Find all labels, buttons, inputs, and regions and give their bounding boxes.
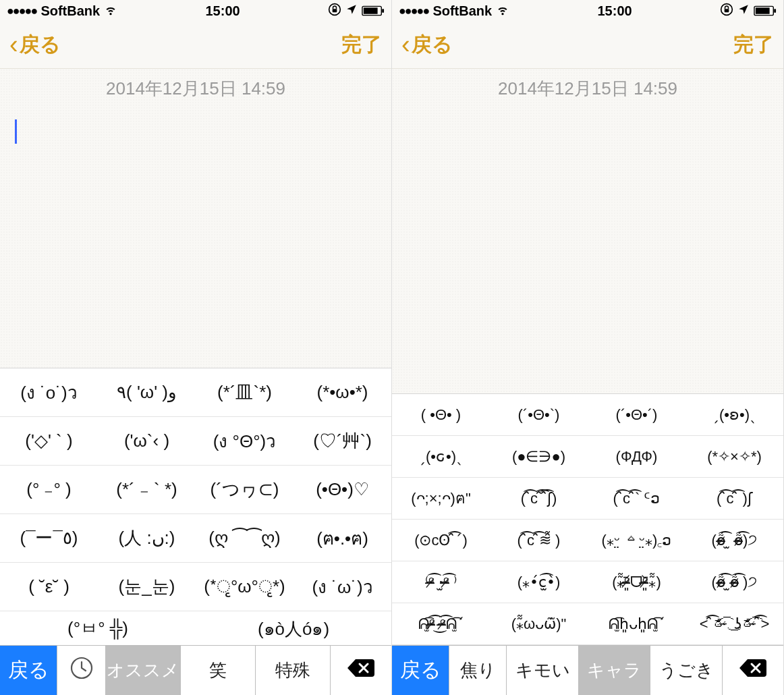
done-button[interactable]: 完了: [341, 31, 382, 59]
back-button[interactable]: ‹ 戻る: [9, 31, 61, 59]
location-icon: [345, 3, 358, 19]
kaomoji-key[interactable]: (人 :ں:): [98, 514, 196, 562]
orientation-lock-icon: [328, 3, 341, 20]
kaomoji-key[interactable]: (ง ˙ο˙)ว: [0, 368, 98, 416]
kaomoji-key[interactable]: (ฅ•.•ฅ): [293, 514, 391, 562]
kaomoji-key[interactable]: (⁎͂͂ᵒ̴̶̷͈᷄ᗜᵒ̴̶̷͈᷅⁎͂͂): [588, 561, 685, 603]
note-date: 2014年12月15日 14:59: [15, 77, 376, 101]
svg-rect-3: [364, 7, 378, 13]
wifi-icon: [104, 3, 117, 20]
kaomoji-grid: ( •Θ• ) (´•Θ•`) (´•Θ•´) ˏ(•ʚ•)ˎ ˏ(•ԍ•)ˎ …: [392, 393, 783, 645]
kaomoji-key[interactable]: ( ̑͡c ̑͡≋̑͂ ): [490, 520, 588, 561]
kaomoji-key[interactable]: ( ̑͡c ̑͡` ᑦວ: [588, 478, 685, 519]
kaomoji-key[interactable]: ( ̑͡c ̑͡ ̑͡ʃ): [490, 478, 588, 519]
kaomoji-key[interactable]: (ṍ̴̶̷͡ ̫ṍ̴̶̷͡ )੭: [685, 561, 783, 603]
svg-rect-1: [333, 9, 337, 12]
kaomoji-key[interactable]: (ФДФ): [588, 436, 685, 477]
done-button[interactable]: 完了: [733, 31, 774, 59]
tab-tokushu[interactable]: 特殊: [256, 646, 331, 695]
kaomoji-key[interactable]: (๑ò人ó๑): [196, 612, 391, 645]
kaomoji-key[interactable]: ⁽ᵒ̴̶̷͡ ·̫ᵒ̴̶̷͡ ⁾: [392, 561, 490, 603]
kaomoji-grid: (ง ˙ο˙)ว ٩( 'ω' )و (*´皿`*) (*•ω•*) ('◇' …: [0, 368, 391, 645]
nav-bar: ‹ 戻る 完了: [0, 22, 391, 69]
note-date: 2014年12月15日 14:59: [407, 77, 768, 101]
kaomoji-key[interactable]: (ง ˙ω˙)ว: [293, 563, 391, 611]
tab-kyara[interactable]: キャラ: [579, 646, 651, 695]
clock-icon: [69, 656, 94, 685]
location-icon: [737, 3, 750, 19]
delete-button[interactable]: [723, 646, 783, 695]
clock-label: 15:00: [206, 3, 240, 19]
kaomoji-key[interactable]: ᕱ̫͡ᵒ̴̶̷͡ ͜ᵒ̴̶̷͡ᕱ̫͡ˊ: [392, 603, 490, 644]
kaomoji-key[interactable]: (●∈∋●): [490, 436, 588, 477]
kaomoji-key[interactable]: (*´皿`*): [196, 368, 293, 416]
kaomoji-key[interactable]: (° ₋° ): [0, 466, 98, 513]
battery-icon: [362, 5, 385, 16]
kaomoji-key[interactable]: (♡´艸`): [293, 417, 391, 465]
back-label: 戻る: [20, 31, 61, 59]
kb-back-button[interactable]: 戻る: [0, 646, 57, 695]
kaomoji-key[interactable]: (⊙cʘ ̑͡ˊ): [392, 520, 490, 561]
delete-button[interactable]: [331, 646, 391, 695]
kaomoji-key[interactable]: (´•Θ•`): [490, 394, 588, 435]
kaomoji-key[interactable]: ٩( 'ω' )و: [98, 368, 196, 416]
keyboard-tabs: 戻る オススメ 笑 特殊: [0, 645, 391, 695]
kaomoji-key[interactable]: (´•Θ•´): [588, 394, 685, 435]
kaomoji-key[interactable]: (⁎ᵕ̤ ꒫ᵕ̤⁎)꜀ວ: [588, 520, 685, 561]
status-right: [328, 3, 385, 20]
kaomoji-key[interactable]: (⁎•́c̫͡•̀): [490, 561, 588, 603]
battery-icon: [754, 5, 777, 16]
orientation-lock-icon: [720, 3, 733, 20]
history-button[interactable]: [57, 646, 106, 695]
kb-back-button[interactable]: 戻る: [392, 646, 449, 695]
carrier-label: SoftBank: [432, 3, 492, 19]
kaomoji-key[interactable]: (°ㅂ° ╬): [0, 614, 196, 643]
status-bar: ●●●●● SoftBank 15:00: [392, 0, 783, 22]
tab-ugoki[interactable]: うごき: [650, 646, 723, 695]
svg-rect-7: [725, 9, 729, 12]
kaomoji-key[interactable]: (*•ω•*): [293, 368, 391, 416]
kaomoji-key[interactable]: (ღ ⁀⁀ღ): [196, 514, 293, 562]
keyboard-tabs: 戻る 焦り キモい キャラ うごき: [392, 645, 783, 695]
kaomoji-key[interactable]: (⁎͂͂ωᴗῶ͂)": [490, 603, 588, 644]
tab-kimoi[interactable]: キモい: [507, 646, 579, 695]
kaomoji-key[interactable]: ᕱ̫͡h͈ᴗh͈ᕱ̫͡ˊ: [588, 603, 685, 644]
kaomoji-key[interactable]: ( •Θ• ): [392, 394, 490, 435]
kaomoji-key[interactable]: (¯ー¯٥): [0, 514, 98, 562]
kaomoji-key[interactable]: (ᴖ;×;ᴖ)ฅ": [392, 478, 490, 519]
kaomoji-key[interactable]: (*ृ°ω°ृ*): [196, 563, 293, 611]
kaomoji-key[interactable]: (*´ ₋ ` *): [98, 466, 196, 513]
svg-rect-9: [756, 7, 770, 13]
signal-dots-icon: ●●●●●: [399, 4, 428, 18]
kaomoji-key[interactable]: ('ω`‹ ): [98, 417, 196, 465]
wifi-icon: [496, 3, 509, 20]
status-right: [720, 3, 777, 20]
tab-warau[interactable]: 笑: [181, 646, 256, 695]
note-editor[interactable]: 2014年12月15日 14:59: [392, 69, 783, 393]
kaomoji-key[interactable]: (*✧×✧*): [685, 436, 783, 477]
backspace-icon: [346, 657, 376, 684]
kaomoji-key[interactable]: (ṍ̴̶̷͡ ̫ ṍ̴̶̷͡)੭: [685, 520, 783, 561]
note-editor[interactable]: 2014年12月15日 14:59: [0, 69, 391, 368]
kaomoji-key[interactable]: ( ˘ε˘ ): [0, 563, 98, 611]
kaomoji-key[interactable]: (ง °Θ°)ว: [196, 417, 293, 465]
text-cursor: [15, 119, 17, 144]
nav-bar: ‹ 戻る 完了: [392, 22, 783, 69]
status-left: ●●●●● SoftBank: [399, 3, 509, 20]
kaomoji-key[interactable]: (´つヮ⊂): [196, 466, 293, 513]
kaomoji-key[interactable]: (눈_눈): [98, 563, 196, 611]
chevron-left-icon: ‹: [9, 34, 18, 55]
kaomoji-key[interactable]: ˏ(•ԍ•)ˎ: [392, 436, 490, 477]
backspace-icon: [738, 657, 768, 684]
clock-label: 15:00: [598, 3, 632, 19]
kaomoji-key[interactable]: < ̑͡ಠ̴̶̷͡ ͜ʖಠ̴̶̷͡ ̑͡>: [685, 603, 783, 644]
kaomoji-key[interactable]: ('◇' ` ): [0, 417, 98, 465]
tab-aseri[interactable]: 焦り: [449, 646, 507, 695]
tab-osusume[interactable]: オススメ: [106, 646, 181, 695]
kaomoji-key[interactable]: ( ̑͡c ̑͡ )ʃ: [685, 478, 783, 519]
phone-right: ●●●●● SoftBank 15:00 ‹ 戻る 完了 2014年12月15: [392, 0, 784, 695]
kaomoji-key[interactable]: ˏ(•ʚ•)ˎ: [685, 394, 783, 435]
kaomoji-key[interactable]: (•Θ•)♡: [293, 466, 391, 513]
status-bar: ●●●●● SoftBank 15:00: [0, 0, 391, 22]
back-button[interactable]: ‹ 戻る: [401, 31, 453, 59]
